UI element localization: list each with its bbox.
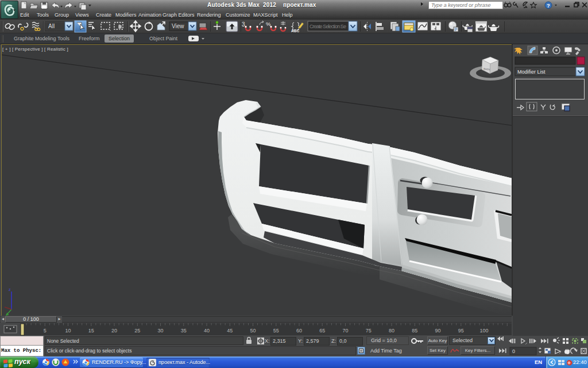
svg-text:0: 0 — [512, 348, 515, 354]
svg-text:Modifier List: Modifier List — [517, 69, 546, 75]
svg-text:20: 20 — [111, 328, 117, 334]
svg-text:70: 70 — [342, 328, 348, 334]
svg-text:3: 3 — [242, 21, 245, 28]
svg-text:85: 85 — [412, 328, 417, 334]
svg-text:%: % — [266, 21, 271, 27]
svg-text:65: 65 — [319, 328, 325, 334]
svg-text:60: 60 — [296, 328, 302, 334]
svg-text:25: 25 — [134, 328, 140, 334]
svg-text:15: 15 — [88, 328, 94, 334]
svg-text:90: 90 — [435, 328, 440, 334]
svg-text:45: 45 — [227, 328, 233, 334]
svg-text:95: 95 — [458, 328, 464, 334]
svg-text:35: 35 — [181, 328, 187, 334]
svg-text:40: 40 — [204, 328, 210, 334]
svg-text:30: 30 — [157, 328, 163, 334]
svg-text:5: 5 — [44, 328, 47, 334]
svg-text:z: z — [9, 288, 11, 292]
svg-text:?: ? — [547, 2, 550, 9]
svg-text:All: All — [48, 23, 55, 29]
svg-text:Create Selection Se: Create Selection Se — [310, 24, 346, 29]
svg-text:50: 50 — [250, 328, 256, 334]
svg-text:ABC: ABC — [291, 29, 299, 33]
svg-text:10: 10 — [65, 328, 71, 334]
svg-text:80: 80 — [389, 328, 394, 334]
svg-text:75: 75 — [366, 328, 372, 334]
svg-text:View: View — [172, 23, 184, 29]
svg-text:55: 55 — [273, 328, 279, 334]
svg-text:100: 100 — [479, 328, 488, 334]
